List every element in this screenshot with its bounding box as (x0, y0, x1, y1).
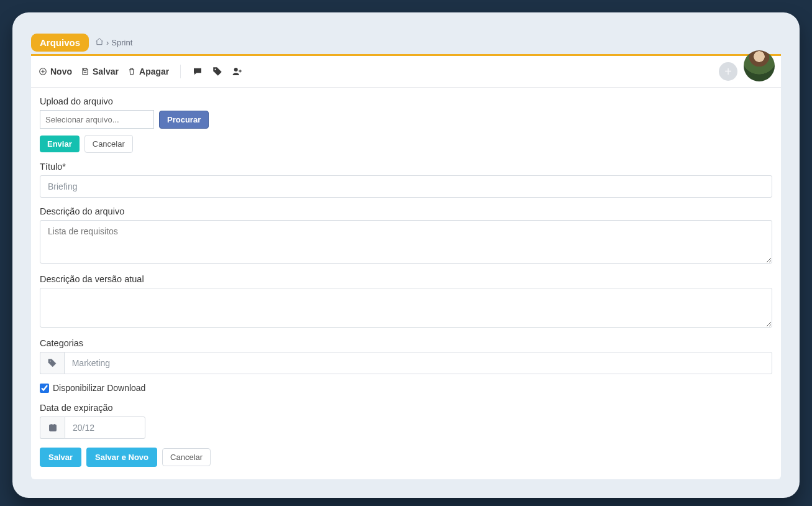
form: Upload do arquivo Procurar Enviar Cancel… (31, 88, 781, 479)
cancel-footer-button[interactable]: Cancelar (162, 448, 211, 466)
title-label: Título* (40, 162, 772, 172)
avatar[interactable] (744, 50, 775, 81)
toolbar-right: + (719, 62, 773, 81)
save-and-new-button[interactable]: Salvar e Novo (86, 448, 157, 467)
new-button-label: Novo (50, 67, 72, 76)
toolbar: Novo Salvar Apagar + (31, 56, 781, 88)
save-footer-button[interactable]: Salvar (40, 448, 81, 467)
svg-point-1 (215, 69, 216, 70)
svg-point-3 (50, 361, 51, 362)
breadcrumb-label: Sprint (111, 38, 132, 47)
calendar-icon (40, 416, 65, 439)
tag-icon[interactable] (212, 66, 223, 77)
home-icon (95, 37, 104, 48)
browse-button[interactable]: Procurar (159, 111, 209, 129)
title-input[interactable] (40, 175, 772, 198)
svg-rect-4 (49, 425, 56, 431)
upload-label: Upload do arquivo (40, 96, 772, 106)
delete-button[interactable]: Apagar (127, 67, 169, 76)
expiration-label: Data de expiração (40, 403, 772, 413)
new-button[interactable]: Novo (39, 67, 72, 76)
comment-icon[interactable] (192, 66, 203, 77)
download-checkbox[interactable] (40, 384, 49, 393)
user-add-icon[interactable] (232, 66, 243, 77)
version-description-input[interactable] (40, 288, 772, 328)
app-shell: Arquivos › Sprint Novo Salvar Apagar (12, 12, 800, 498)
page-header: Arquivos › Sprint (31, 34, 781, 52)
toolbar-divider (180, 65, 181, 78)
add-button[interactable]: + (719, 62, 737, 81)
version-description-label: Descrição da versão atual (40, 274, 772, 284)
main-panel: Novo Salvar Apagar + (31, 54, 781, 479)
trash-icon (127, 67, 136, 76)
file-description-label: Descrição do arquivo (40, 206, 772, 216)
save-button-label: Salvar (93, 67, 119, 76)
cancel-upload-button[interactable]: Cancelar (84, 135, 133, 153)
categories-label: Categorias (40, 338, 772, 348)
delete-button-label: Apagar (139, 67, 169, 76)
save-icon (81, 67, 89, 76)
tags-icon (40, 352, 64, 374)
save-button[interactable]: Salvar (81, 67, 119, 76)
breadcrumb[interactable]: › Sprint (95, 37, 132, 48)
file-select-input[interactable] (40, 110, 154, 129)
expiration-input[interactable] (65, 416, 145, 439)
send-button[interactable]: Enviar (40, 136, 80, 152)
plus-circle-icon (39, 67, 47, 76)
download-checkbox-label: Disponibilizar Download (53, 383, 145, 393)
svg-point-2 (234, 68, 238, 71)
file-description-input[interactable] (40, 220, 772, 264)
categories-input[interactable] (64, 352, 772, 374)
chevron-right-icon: › (106, 38, 109, 47)
page-title-badge: Arquivos (31, 34, 89, 52)
